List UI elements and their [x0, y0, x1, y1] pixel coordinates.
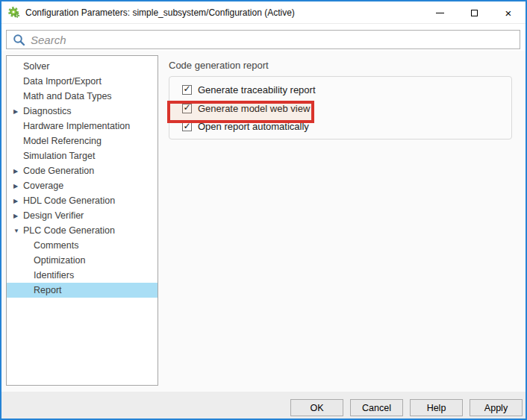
sidebar-item-comments[interactable]: Comments [7, 238, 158, 253]
minimize-button[interactable] [422, 1, 457, 24]
checkbox-checked-icon[interactable]: ✓ [182, 104, 192, 113]
maximize-button[interactable] [457, 1, 491, 24]
checkbox-label: Generate model web view [198, 103, 310, 114]
sidebar-item-design-verifier[interactable]: ▶Design Verifier [7, 208, 158, 223]
ok-button[interactable]: OK [290, 399, 343, 416]
sidebar-item-identifiers[interactable]: Identifiers [7, 268, 158, 283]
sidebar-item-math-and-data-types[interactable]: Math and Data Types [7, 89, 158, 104]
sidebar-item-report[interactable]: Report [7, 283, 158, 298]
checkbox-label: Open report automatically [198, 121, 309, 132]
sidebar-item-hardware-implementation[interactable]: Hardware Implementation [7, 119, 158, 134]
sidebar-item-data-import-export[interactable]: Data Import/Export [7, 74, 158, 89]
search-box[interactable] [6, 30, 520, 49]
close-icon: × [505, 7, 512, 19]
sidebar-item-coverage[interactable]: ▶Coverage [7, 178, 158, 193]
checkbox-row-generate-traceability-report[interactable]: ✓ Generate traceability report [182, 84, 511, 96]
minimize-icon [436, 13, 444, 13]
sidebar-item-model-referencing[interactable]: Model Referencing [7, 134, 158, 148]
sidebar-item-label: Comments [34, 240, 78, 251]
sidebar-item-code-generation[interactable]: ▶Code Generation [7, 163, 158, 178]
checkbox-row-open-report-automatically[interactable]: ✓ Open report automatically [182, 120, 511, 133]
simulink-gear-icon [7, 6, 20, 19]
checkmark-icon: ✓ [183, 84, 190, 93]
checkmark-icon: ✓ [183, 122, 190, 131]
collapsed-arrow-icon[interactable]: ▶ [13, 108, 18, 115]
sidebar-item-label: Data Import/Export [23, 76, 102, 87]
category-tree: Solver Data Import/Export Math and Data … [6, 55, 158, 386]
search-row [1, 24, 526, 51]
collapsed-arrow-icon[interactable]: ▶ [13, 183, 18, 189]
sidebar-item-label: PLC Code Generation [23, 225, 115, 236]
sidebar-item-label: Model Referencing [23, 136, 102, 146]
collapsed-arrow-icon[interactable]: ▶ [13, 168, 18, 175]
sidebar-item-label: Design Verifier [23, 210, 84, 221]
checkbox-checked-icon[interactable]: ✓ [182, 85, 192, 95]
code-generation-report-group: ✓ Generate traceability report ✓ Generat… [169, 76, 512, 140]
sidebar-item-label: Solver [23, 61, 49, 72]
sidebar-item-simulation-target[interactable]: Simulation Target [7, 148, 158, 163]
maximize-icon [471, 10, 478, 16]
collapsed-arrow-icon[interactable]: ▶ [13, 198, 18, 204]
cancel-button[interactable]: Cancel [350, 399, 403, 416]
sidebar-item-solver[interactable]: Solver [7, 59, 158, 74]
checkbox-row-generate-model-web-view[interactable]: ✓ Generate model web view [182, 102, 511, 115]
sidebar-item-label: Identifiers [34, 270, 74, 280]
sidebar-item-diagnostics[interactable]: ▶Diagnostics [7, 104, 158, 119]
footer-bar: OK Cancel Help Apply [1, 392, 526, 419]
sidebar-item-hdl-code-generation[interactable]: ▶HDL Code Generation [7, 193, 158, 208]
close-button[interactable]: × [491, 1, 526, 24]
sidebar-item-label: Code Generation [23, 166, 94, 176]
title-bar: Configuration Parameters: simple_subsyst… [1, 1, 526, 24]
dialog-buttons: OK Cancel Help Apply [290, 399, 523, 416]
sidebar-item-label: Report [34, 285, 62, 295]
configuration-parameters-dialog: Configuration Parameters: simple_subsyst… [0, 0, 527, 420]
checkbox-label: Generate traceability report [198, 84, 316, 95]
help-button[interactable]: Help [410, 399, 463, 416]
search-icon [13, 34, 25, 46]
sidebar-item-label: HDL Code Generation [23, 195, 115, 206]
checkbox-checked-icon[interactable]: ✓ [182, 122, 192, 131]
sidebar-item-label: Coverage [23, 181, 63, 191]
checkmark-icon: ✓ [183, 103, 190, 112]
sidebar-item-optimization[interactable]: Optimization [7, 253, 158, 268]
sidebar-item-label: Hardware Implementation [23, 121, 130, 131]
sidebar-item-label: Math and Data Types [23, 91, 112, 101]
expanded-arrow-icon[interactable]: ▼ [13, 228, 19, 234]
sidebar-item-label: Optimization [34, 255, 85, 266]
apply-button[interactable]: Apply [470, 399, 523, 416]
window-controls: × [422, 1, 526, 24]
main-area: Solver Data Import/Export Math and Data … [1, 51, 526, 392]
window-title: Configuration Parameters: simple_subsyst… [25, 7, 295, 18]
search-input[interactable] [31, 31, 520, 48]
collapsed-arrow-icon[interactable]: ▶ [13, 213, 18, 219]
sidebar-item-label: Diagnostics [23, 106, 72, 116]
sidebar-item-label: Simulation Target [23, 151, 95, 161]
sidebar-item-plc-code-generation[interactable]: ▼PLC Code Generation [7, 223, 158, 238]
section-title: Code generation report [169, 60, 269, 71]
